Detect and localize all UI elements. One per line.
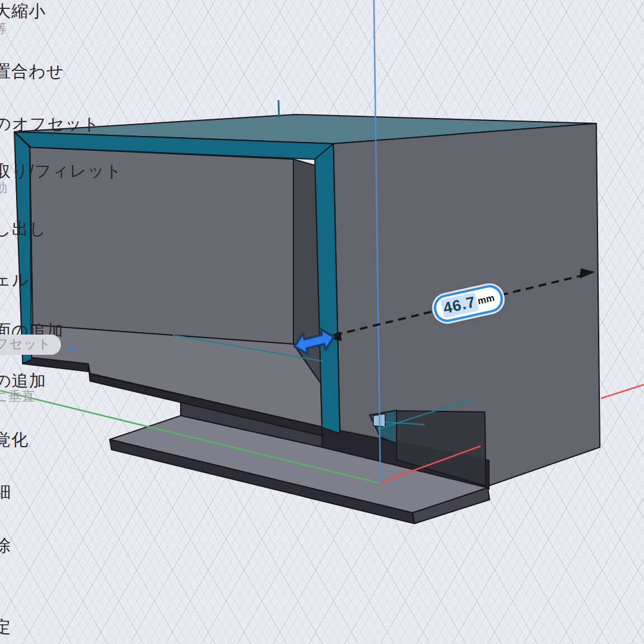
cad-app-window: { "menu": { "items": [ {"label":"大縮小","s… bbox=[0, 0, 644, 644]
viewport-3d[interactable] bbox=[0, 0, 644, 644]
dimension-unit: mm bbox=[476, 292, 496, 306]
model-inner-wall[interactable] bbox=[30, 147, 293, 344]
axis-x-red-far bbox=[601, 385, 644, 398]
sketch-dash-left-wall bbox=[69, 349, 76, 350]
dimension-value[interactable]: 46.7 bbox=[441, 292, 479, 318]
edge-tick bbox=[278, 100, 279, 117]
model-frame-left[interactable] bbox=[14, 132, 32, 364]
model-canvas[interactable] bbox=[0, 0, 644, 644]
